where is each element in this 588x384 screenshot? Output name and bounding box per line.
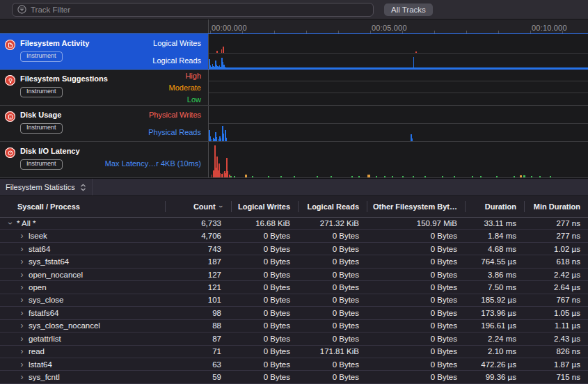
track-chart-disk-io-latency[interactable]: [209, 142, 588, 177]
chart-dot: [230, 176, 232, 177]
cell-logical-reads: 0 Bytes: [298, 360, 367, 369]
cell-logical-writes: 0 Bytes: [231, 360, 298, 369]
chart-dot: [496, 176, 498, 177]
disclosure-chevron-icon[interactable]: ›: [19, 374, 25, 381]
filesystem-activity-icon: [5, 40, 15, 50]
column-header-label: Min Duration: [534, 202, 580, 211]
column-header-min-duration[interactable]: Min Duration: [524, 196, 588, 216]
table-row[interactable]: ›lstat64630 Bytes0 Bytes0 Bytes472.26 µs…: [0, 358, 588, 371]
column-header-count[interactable]: Count›: [165, 196, 231, 216]
disclosure-chevron-icon[interactable]: ›: [19, 335, 25, 342]
cell-syscall-process: ›open_nocancel: [0, 271, 165, 279]
table-row[interactable]: ›open_nocancel1270 Bytes0 Bytes0 Bytes3.…: [0, 269, 588, 281]
chart-dot: [480, 176, 482, 177]
syscall-name: stat64: [29, 245, 50, 253]
track-filter-input[interactable]: [31, 6, 368, 14]
cell-logical-reads: 0 Bytes: [298, 271, 367, 279]
cell-duration: 33.11 ms: [465, 219, 524, 227]
table-row[interactable]: ›read710 Bytes171.81 KiB0 Bytes2.10 ms82…: [0, 346, 588, 358]
column-header-label: Logical Writes: [238, 202, 290, 211]
cell-logical-reads: 0 Bytes: [298, 335, 367, 343]
track-chart-disk-usage[interactable]: [209, 106, 588, 141]
disclosure-chevron-icon[interactable]: ›: [19, 310, 25, 317]
chart-dot: [402, 176, 404, 177]
track-filesystem-activity[interactable]: Filesystem Activity Instrument Logical W…: [0, 33, 588, 70]
disclosure-chevron-icon[interactable]: ›: [19, 284, 25, 291]
lane-label-max-latency: Max Latency…r 4KB (10ms): [55, 142, 201, 177]
cell-other-filesystem-byt: 150.97 MiB: [367, 219, 465, 227]
table-row[interactable]: ›fstatfs64980 Bytes0 Bytes0 Bytes173.96 …: [0, 307, 588, 319]
syscall-name: fstatfs64: [29, 309, 58, 317]
all-tracks-button[interactable]: All Tracks: [384, 3, 433, 16]
track-chart-filesystem-suggestions[interactable]: [209, 70, 588, 105]
table-row[interactable]: ›sys_close_nocancel880 Bytes0 Bytes0 Byt…: [0, 320, 588, 333]
cell-logical-writes: 16.68 KiB: [231, 219, 298, 227]
disclosure-chevron-icon[interactable]: ›: [19, 348, 25, 355]
cell-duration: 3.86 ms: [465, 271, 524, 279]
cell-duration: 2.24 ms: [465, 335, 524, 343]
table-row[interactable]: ›lseek4,7060 Bytes0 Bytes0 Bytes1.84 ms2…: [0, 230, 588, 242]
table-row[interactable]: ›* All *6,73316.68 KiB271.32 KiB150.97 M…: [0, 217, 588, 230]
column-header-logical-writes[interactable]: Logical Writes: [231, 196, 298, 216]
detail-view-selector[interactable]: [80, 184, 86, 191]
syscall-name: getattrlist: [29, 335, 61, 343]
disclosure-chevron-icon[interactable]: ›: [7, 220, 14, 226]
cell-count: 63: [165, 360, 231, 369]
column-header-syscall-process[interactable]: Syscall / Process: [0, 196, 165, 216]
table-row[interactable]: ›sys_close1010 Bytes0 Bytes0 Bytes185.92…: [0, 294, 588, 307]
disclosure-chevron-icon[interactable]: ›: [19, 322, 25, 329]
chart-dot: [317, 176, 318, 177]
disclosure-chevron-icon[interactable]: ›: [19, 271, 25, 278]
cell-logical-writes: 0 Bytes: [231, 283, 298, 291]
table-row[interactable]: ›open1210 Bytes0 Bytes0 Bytes7.50 ms2.64…: [0, 281, 588, 294]
timeline-ruler[interactable]: 00:00.00000:05.00000:10.000: [209, 19, 588, 33]
cell-duration: 472.26 µs: [465, 360, 524, 369]
track-disk-io-latency[interactable]: Disk I/O Latency Instrument Max Latency……: [0, 142, 588, 178]
column-header-duration[interactable]: Duration: [465, 196, 524, 216]
cell-logical-reads: 0 Bytes: [298, 283, 367, 291]
cell-logical-reads: 0 Bytes: [298, 309, 367, 317]
cell-other-filesystem-byt: 0 Bytes: [367, 296, 465, 304]
track-chart-filesystem-activity[interactable]: [209, 34, 588, 69]
track-filesystem-suggestions[interactable]: Filesystem Suggestions Instrument High M…: [0, 70, 588, 106]
cell-logical-writes: 0 Bytes: [231, 309, 298, 317]
column-header-logical-reads[interactable]: Logical Reads: [298, 196, 367, 216]
cell-min-duration: 826 ns: [524, 347, 588, 355]
disclosure-chevron-icon[interactable]: ›: [19, 246, 25, 253]
chart-spike: [221, 49, 222, 53]
low-lane: [209, 93, 588, 105]
cell-duration: 7.50 ms: [465, 283, 524, 291]
ruler-time-label: 00:10.000: [532, 24, 567, 32]
track-filter-field[interactable]: [12, 3, 374, 17]
column-header-label: Duration: [485, 202, 516, 211]
cell-other-filesystem-byt: 0 Bytes: [367, 232, 465, 240]
disclosure-chevron-icon[interactable]: ›: [19, 232, 25, 239]
track-disk-usage[interactable]: Disk Usage Instrument Physical Writes Ph…: [0, 106, 588, 142]
cell-duration: 4.68 ms: [465, 245, 524, 253]
cell-other-filesystem-byt: 0 Bytes: [367, 373, 465, 381]
cell-min-duration: 767 ns: [524, 296, 588, 304]
lane-label-logical-writes: Logical Writes: [55, 34, 201, 53]
cell-logical-reads: 0 Bytes: [298, 373, 367, 381]
cell-min-duration: 715 ns: [524, 373, 588, 381]
table-row[interactable]: ›sys_fcntl590 Bytes0 Bytes0 Bytes99.36 µ…: [0, 371, 588, 383]
cell-syscall-process: ›lstat64: [0, 360, 165, 369]
disclosure-chevron-icon[interactable]: ›: [19, 296, 25, 303]
cell-other-filesystem-byt: 0 Bytes: [367, 271, 465, 279]
table-row[interactable]: ›getattrlist870 Bytes0 Bytes0 Bytes2.24 …: [0, 333, 588, 345]
cell-count: 187: [165, 257, 231, 266]
cell-syscall-process: ›getattrlist: [0, 335, 165, 343]
chart-dot: [472, 176, 473, 177]
table-row[interactable]: ›sys_fstat641870 Bytes0 Bytes0 Bytes764.…: [0, 255, 588, 268]
column-header-label: Syscall / Process: [17, 202, 80, 211]
cell-logical-writes: 0 Bytes: [231, 335, 298, 343]
column-header-other-filesystem-byt[interactable]: Other Filesystem Byt…: [367, 196, 465, 216]
disclosure-chevron-icon[interactable]: ›: [19, 258, 25, 265]
cell-logical-reads: 0 Bytes: [298, 321, 367, 330]
cell-syscall-process: ›sys_close: [0, 296, 165, 304]
table-row[interactable]: ›stat647430 Bytes0 Bytes0 Bytes4.68 ms1.…: [0, 243, 588, 255]
disclosure-chevron-icon[interactable]: ›: [19, 361, 25, 368]
physical-reads-lane: [209, 124, 588, 141]
chart-dot: [351, 176, 353, 177]
high-lane: [209, 70, 588, 81]
